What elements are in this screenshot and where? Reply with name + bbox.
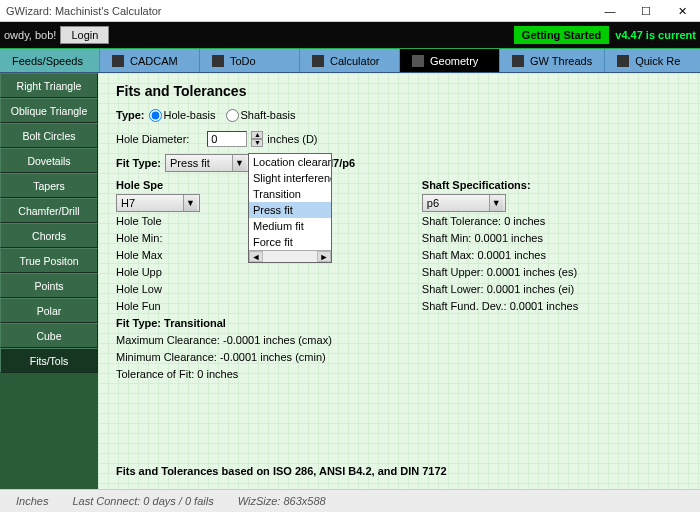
tolerance-of-fit: Tolerance of Fit: 0 inches: [116, 368, 238, 380]
svg-rect-2: [312, 55, 324, 67]
shaft-upper: Shaft Upper: 0.0001 inches (es): [422, 266, 577, 278]
fit-type-label: Fit Type:: [116, 157, 161, 169]
sidebar-item-polar[interactable]: Polar: [0, 298, 98, 323]
max-clearance: Maximum Clearance: -0.0001 inches (cmax): [116, 334, 332, 346]
window-buttons: — ☐ ✕: [592, 0, 700, 22]
svg-rect-3: [412, 55, 424, 67]
hole-tol-line: Hole Tole: [116, 215, 162, 227]
getting-started-button[interactable]: Getting Started: [514, 26, 609, 44]
main-tabs: Feeds/Speeds CADCAM ToDo Calculator Geom…: [0, 48, 700, 73]
hole-diameter-spinner[interactable]: ▲▼: [251, 131, 263, 147]
based-on-note: Fits and Tolerances based on ISO 286, AN…: [116, 465, 447, 477]
svg-rect-0: [112, 55, 124, 67]
hole-spec-label: Hole Spe: [116, 179, 163, 191]
chevron-down-icon: ▼: [232, 155, 246, 171]
hole-upper-line: Hole Upp: [116, 266, 162, 278]
sidebar-item-fits-tols[interactable]: Fits/Tols: [0, 348, 98, 373]
status-connect: Last Connect: 0 days / 0 fails: [72, 495, 213, 507]
fit-type-dropdown[interactable]: Location clearan Slight interferenc Tran…: [248, 153, 332, 263]
dropdown-option[interactable]: Medium fit: [249, 218, 331, 234]
hole-diameter-label: Hole Diameter:: [116, 133, 189, 145]
quick-icon: [617, 55, 629, 67]
sidebar-item-true-position[interactable]: True Positon: [0, 248, 98, 273]
sidebar-item-oblique-triangle[interactable]: Oblique Triangle: [0, 98, 98, 123]
radio-hole-basis[interactable]: Hole-basis: [149, 109, 216, 122]
hole-diameter-unit: inches (D): [267, 133, 317, 145]
svg-rect-4: [512, 55, 524, 67]
svg-rect-1: [212, 55, 224, 67]
status-size: WizSize: 863x588: [238, 495, 326, 507]
fit-type-combo[interactable]: Press fit▼: [165, 154, 249, 172]
min-clearance: Minimum Clearance: -0.0001 inches (cmin): [116, 351, 326, 363]
sidebar-item-chamfer-drill[interactable]: Chamfer/Drill: [0, 198, 98, 223]
shaft-min: Shaft Min: 0.0001 inches: [422, 232, 543, 244]
content-panel: Fits and Tolerances Type: Hole-basis Sha…: [98, 73, 700, 489]
threads-icon: [512, 55, 524, 67]
tab-cadcam[interactable]: CADCAM: [100, 49, 200, 72]
shaft-spec-label: Shaft Specifications:: [422, 179, 531, 191]
hole-grade-combo[interactable]: H7▼: [116, 194, 200, 212]
dropdown-option[interactable]: Force fit: [249, 234, 331, 250]
tab-gw-threads[interactable]: GW Threads: [500, 49, 605, 72]
dropdown-option[interactable]: Location clearan: [249, 154, 331, 170]
shaft-tol: Shaft Tolerance: 0 inches: [422, 215, 545, 227]
sidebar-item-right-triangle[interactable]: Right Triangle: [0, 73, 98, 98]
shaft-spec-column: Shaft Specifications: p6▼ Shaft Toleranc…: [422, 177, 622, 383]
dropdown-option-selected[interactable]: Press fit: [249, 202, 331, 218]
tab-todo[interactable]: ToDo: [200, 49, 300, 72]
geometry-icon: [412, 55, 424, 67]
sidebar-item-cube[interactable]: Cube: [0, 323, 98, 348]
fit-type-result: Fit Type: Transitional: [116, 317, 226, 329]
cadcam-icon: [112, 55, 124, 67]
dropdown-option[interactable]: Slight interferenc: [249, 170, 331, 186]
tab-geometry[interactable]: Geometry: [400, 49, 500, 72]
shaft-grade-combo[interactable]: p6▼: [422, 194, 506, 212]
sidebar-item-chords[interactable]: Chords: [0, 223, 98, 248]
sidebar-item-tapers[interactable]: Tapers: [0, 173, 98, 198]
dropdown-scrollbar[interactable]: ◄►: [249, 250, 331, 262]
status-bar: Inches Last Connect: 0 days / 0 fails Wi…: [0, 489, 700, 512]
chevron-down-icon: ▼: [183, 195, 197, 211]
shaft-fund: Shaft Fund. Dev.: 0.0001 inches: [422, 300, 578, 312]
shaft-lower: Shaft Lower: 0.0001 inches (ei): [422, 283, 574, 295]
sidebar-item-points[interactable]: Points: [0, 273, 98, 298]
login-button[interactable]: Login: [60, 26, 109, 44]
hole-min-line: Hole Min:: [116, 232, 162, 244]
scroll-right-icon[interactable]: ►: [317, 251, 331, 262]
hole-fund-line: Hole Fun: [116, 300, 161, 312]
tab-feeds-speeds[interactable]: Feeds/Speeds: [0, 49, 100, 72]
svg-rect-5: [617, 55, 629, 67]
status-units: Inches: [16, 495, 48, 507]
dropdown-option[interactable]: Transition: [249, 186, 331, 202]
minimize-button[interactable]: —: [592, 0, 628, 22]
hole-max-line: Hole Max: [116, 249, 162, 261]
sidebar-item-dovetails[interactable]: Dovetails: [0, 148, 98, 173]
calculator-icon: [312, 55, 324, 67]
topbar: owdy, bob! Login Getting Started v4.47 i…: [0, 22, 700, 48]
hole-lower-line: Hole Low: [116, 283, 162, 295]
radio-shaft-basis[interactable]: Shaft-basis: [226, 109, 296, 122]
close-button[interactable]: ✕: [664, 0, 700, 22]
tab-calculator[interactable]: Calculator: [300, 49, 400, 72]
version-label: v4.47 is current: [615, 29, 696, 41]
titlebar: GWizard: Machinist's Calculator — ☐ ✕: [0, 0, 700, 22]
window-title: GWizard: Machinist's Calculator: [6, 5, 162, 17]
shaft-max: Shaft Max: 0.0001 inches: [422, 249, 546, 261]
scroll-left-icon[interactable]: ◄: [249, 251, 263, 262]
maximize-button[interactable]: ☐: [628, 0, 664, 22]
chevron-down-icon: ▼: [489, 195, 503, 211]
sidebar-item-bolt-circles[interactable]: Bolt Circles: [0, 123, 98, 148]
tab-quick[interactable]: Quick Re: [605, 49, 700, 72]
todo-icon: [212, 55, 224, 67]
type-label: Type:: [116, 109, 145, 121]
page-title: Fits and Tolerances: [116, 83, 682, 99]
greeting: owdy, bob!: [4, 29, 56, 41]
hole-diameter-input[interactable]: [207, 131, 247, 147]
sidebar: Right Triangle Oblique Triangle Bolt Cir…: [0, 73, 98, 489]
